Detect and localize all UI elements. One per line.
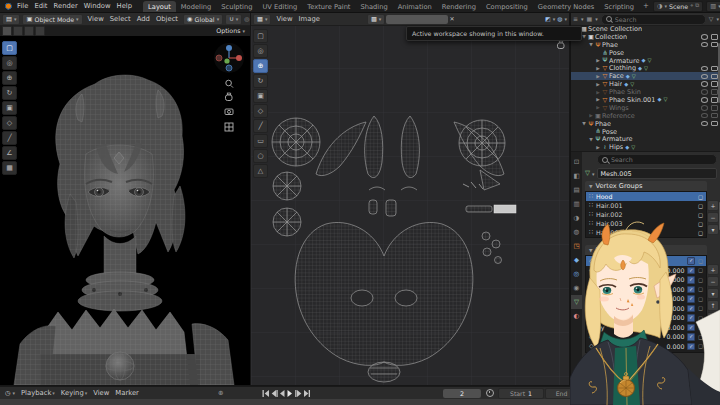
image-name-field[interactable] bbox=[386, 15, 448, 24]
outliner-row[interactable]: Pose ◆ ▽ bbox=[571, 128, 720, 136]
workspace-tab[interactable]: UV Editing bbox=[257, 1, 302, 12]
disable-viewport-icon[interactable] bbox=[711, 113, 718, 118]
rotate-tool[interactable]: ↻ bbox=[2, 86, 17, 100]
outliner-row[interactable]: ▶ Clothing ◆ ▽ bbox=[571, 64, 720, 72]
disable-viewport-icon[interactable] bbox=[711, 89, 718, 94]
select-mode-buttons[interactable] bbox=[2, 26, 45, 36]
lock-icon[interactable]: ▢ bbox=[698, 203, 703, 209]
outliner-display-mode-icon[interactable]: ≡ bbox=[573, 16, 578, 22]
workspace-tab[interactable]: Shading bbox=[356, 1, 393, 12]
unlink-image-icon[interactable]: ✕ bbox=[449, 16, 454, 22]
disable-viewport-icon[interactable] bbox=[711, 42, 718, 47]
funnel-icon[interactable]: ▽ bbox=[709, 16, 714, 22]
outliner-row[interactable]: ▶ Armature ◆ ▽ bbox=[571, 57, 720, 65]
properties-search-input[interactable] bbox=[611, 156, 712, 163]
viewlayer-selector[interactable]: ▥ ▾ ViewLayer ⧉ bbox=[706, 1, 720, 12]
workspace-tab[interactable]: Geometry Nodes bbox=[533, 1, 599, 12]
frame-start-field[interactable]: Start1 bbox=[498, 388, 544, 399]
hide-eye-icon[interactable] bbox=[701, 66, 708, 71]
outliner-row[interactable]: ▼ Phae ◆ ▽ bbox=[571, 120, 720, 128]
scale-tool[interactable]: ▣ bbox=[253, 89, 268, 103]
scene-selector[interactable]: ◑ ▾ Scene ⌖ ⧉ bbox=[653, 1, 703, 12]
select-subtract-icon[interactable] bbox=[24, 26, 34, 36]
mode-dropdown[interactable]: ▣Object Mode▾ bbox=[22, 14, 82, 25]
hide-eye-icon[interactable] bbox=[701, 74, 708, 79]
disable-viewport-icon[interactable] bbox=[711, 81, 718, 86]
topbar-menu[interactable]: File bbox=[14, 2, 31, 10]
pinch-tool[interactable]: △ bbox=[253, 164, 268, 178]
disable-viewport-icon[interactable] bbox=[711, 34, 718, 39]
render-icon[interactable]: ◧ bbox=[571, 169, 582, 183]
workspace-tab[interactable]: Modeling bbox=[176, 1, 216, 12]
outliner-row[interactable]: ▼ Collection ◆ ▽ bbox=[571, 33, 720, 41]
viewport-menu[interactable]: Select bbox=[107, 15, 134, 23]
breadcrumb[interactable]: Mesh.005 bbox=[597, 168, 717, 179]
orientation-dropdown[interactable]: ◉Global▾ bbox=[183, 14, 223, 25]
viewport-menu[interactable]: Object bbox=[153, 15, 181, 23]
display-channels-icon[interactable]: ◍ bbox=[557, 16, 562, 22]
vertex-groups-panel-header[interactable]: ▼Vertex Groups bbox=[585, 181, 707, 191]
hide-eye-icon[interactable] bbox=[701, 34, 708, 39]
rotate-tool[interactable]: ↻ bbox=[253, 74, 268, 88]
current-frame-field[interactable]: 2 bbox=[443, 389, 481, 398]
proportional-edit-icon[interactable]: ◎ bbox=[244, 16, 249, 22]
workspace-tab[interactable]: Layout bbox=[143, 1, 176, 12]
outliner-filter-icon[interactable]: ▦ bbox=[587, 16, 593, 22]
select-new-icon[interactable] bbox=[2, 26, 12, 36]
hide-eye-icon[interactable] bbox=[701, 81, 708, 86]
add-workspace-button[interactable]: + bbox=[639, 2, 653, 10]
hide-eye-icon[interactable] bbox=[701, 121, 708, 126]
annotate-tool[interactable]: ╱ bbox=[253, 119, 268, 133]
outliner-search-input[interactable] bbox=[615, 16, 701, 23]
move-tool[interactable]: ⊕ bbox=[253, 59, 268, 73]
viewport-menu[interactable]: View bbox=[85, 15, 107, 23]
select-extend-icon[interactable] bbox=[13, 26, 23, 36]
timeline-menu[interactable]: View▾ bbox=[90, 389, 112, 397]
new-scene-icon[interactable]: ⧉ bbox=[695, 3, 699, 9]
hide-eye-icon[interactable] bbox=[701, 105, 708, 110]
uv-editor-canvas[interactable] bbox=[251, 24, 569, 385]
topbar-menu[interactable]: Render bbox=[51, 2, 81, 10]
add-vgroup-button[interactable]: + bbox=[707, 200, 719, 211]
hide-eye-icon[interactable] bbox=[701, 89, 708, 94]
transform-tool[interactable]: ◇ bbox=[2, 116, 17, 130]
outliner-row[interactable]: ▶ Face ◆ ▽ bbox=[571, 72, 720, 80]
uv-menu[interactable]: View bbox=[273, 15, 295, 23]
outliner-row[interactable]: ▶ Hair ◆ ▽ bbox=[571, 80, 720, 88]
outliner-row[interactable]: Pose ◆ ▽ bbox=[571, 49, 720, 57]
outliner-row[interactable]: ▼ Armature ◆ ▽ bbox=[571, 135, 720, 143]
timeline-menu[interactable]: Marker▾ bbox=[112, 389, 142, 397]
select-box-tool[interactable]: ▢ bbox=[2, 41, 17, 55]
properties-search[interactable] bbox=[597, 154, 717, 165]
annotate-tool[interactable]: ╱ bbox=[2, 131, 17, 145]
options-dropdown[interactable]: Options▾ bbox=[213, 26, 248, 35]
outliner-row[interactable]: ▶ Phae Skin ◆ ▽ bbox=[571, 88, 720, 96]
viewport-menu[interactable]: Add bbox=[134, 15, 153, 23]
outliner-row[interactable]: ▼ Phae ◆ ▽ bbox=[571, 41, 720, 49]
workspace-tab[interactable]: Texture Paint bbox=[302, 1, 355, 12]
topbar-menu[interactable]: Window bbox=[81, 2, 114, 10]
outliner-row[interactable]: Scene Collection ◆ ▽ bbox=[571, 25, 720, 33]
blender-logo-icon[interactable] bbox=[3, 3, 12, 10]
viewlayer-icon[interactable]: ▥ bbox=[571, 197, 582, 211]
viewport-nav-buttons[interactable] bbox=[224, 79, 234, 137]
output-icon[interactable]: ▤ bbox=[571, 183, 582, 197]
lock-icon[interactable]: ▢ bbox=[698, 212, 703, 218]
hide-eye-icon[interactable] bbox=[701, 42, 708, 47]
uv-sync-icon[interactable]: ◩ bbox=[545, 16, 551, 22]
workspace-tab[interactable]: Rendering bbox=[437, 1, 481, 12]
browse-image-button[interactable]: ▩▾ bbox=[367, 14, 385, 25]
topbar-menu[interactable]: Help bbox=[114, 2, 136, 10]
grab-tool[interactable]: ▭ bbox=[253, 134, 268, 148]
outliner-row[interactable]: ▶ Hips ◆ ▽ bbox=[571, 143, 720, 151]
add-cube-tool[interactable]: ▦ bbox=[2, 161, 17, 175]
tool-icon[interactable]: ⊡ bbox=[571, 155, 582, 169]
transform-tool[interactable]: ◇ bbox=[253, 104, 268, 118]
uv-menu[interactable]: Image bbox=[296, 15, 323, 23]
vertex-group-row[interactable]: Hood ▢ bbox=[586, 192, 706, 201]
disable-viewport-icon[interactable] bbox=[711, 121, 718, 126]
playback-controls[interactable] bbox=[262, 389, 314, 398]
navigation-gizmo[interactable] bbox=[212, 41, 246, 75]
outliner-row[interactable]: ▶ Reference ◆ ▽ bbox=[571, 112, 720, 120]
tweak-select-tool[interactable]: ▢ bbox=[253, 29, 268, 43]
